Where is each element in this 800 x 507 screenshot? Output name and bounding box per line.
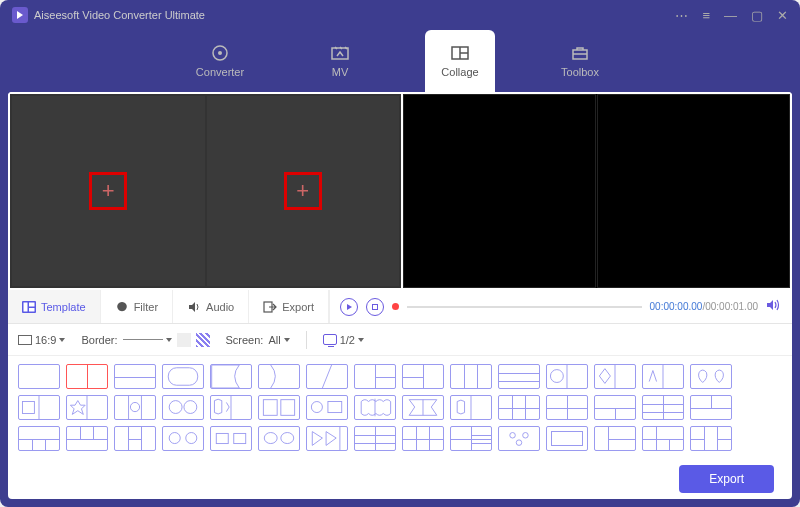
template-item[interactable] bbox=[498, 426, 540, 451]
svg-rect-38 bbox=[216, 434, 228, 444]
template-item[interactable] bbox=[210, 364, 252, 389]
svg-point-36 bbox=[169, 433, 180, 444]
template-item[interactable] bbox=[402, 426, 444, 451]
template-item[interactable] bbox=[306, 364, 348, 389]
template-item[interactable] bbox=[114, 426, 156, 451]
template-item[interactable] bbox=[450, 426, 492, 451]
current-time: 00:00:00.00 bbox=[650, 301, 703, 312]
stop-button[interactable] bbox=[366, 298, 384, 316]
template-item[interactable] bbox=[594, 426, 636, 451]
template-item[interactable] bbox=[402, 395, 444, 420]
svg-rect-29 bbox=[263, 400, 277, 416]
template-item[interactable] bbox=[66, 426, 108, 451]
border-style-select[interactable] bbox=[123, 338, 172, 342]
template-item[interactable] bbox=[114, 395, 156, 420]
tab-template[interactable]: Template bbox=[8, 290, 101, 323]
template-item[interactable] bbox=[18, 426, 60, 451]
template-item[interactable] bbox=[258, 395, 300, 420]
template-item[interactable] bbox=[210, 395, 252, 420]
svg-rect-10 bbox=[29, 302, 35, 306]
template-item[interactable] bbox=[18, 395, 60, 420]
player-preview-panel bbox=[403, 94, 790, 288]
template-item[interactable] bbox=[642, 395, 684, 420]
template-item[interactable] bbox=[594, 364, 636, 389]
template-item[interactable] bbox=[66, 395, 108, 420]
nav-collage[interactable]: Collage bbox=[425, 30, 495, 92]
options-bar: 16:9 Border: Screen: All 1/2 bbox=[8, 324, 792, 356]
template-item[interactable] bbox=[162, 395, 204, 420]
stop-icon bbox=[372, 304, 378, 310]
svg-line-15 bbox=[322, 365, 331, 388]
template-item[interactable] bbox=[354, 395, 396, 420]
template-item[interactable] bbox=[354, 426, 396, 451]
template-item[interactable] bbox=[66, 364, 108, 389]
template-item[interactable] bbox=[258, 426, 300, 451]
border-pattern-picker[interactable] bbox=[196, 333, 210, 347]
border-label: Border: bbox=[81, 334, 117, 346]
timeline-slider[interactable] bbox=[407, 306, 642, 308]
tab-audio[interactable]: Audio bbox=[173, 290, 249, 323]
template-item[interactable] bbox=[690, 364, 732, 389]
page-select[interactable]: 1/2 bbox=[323, 334, 364, 346]
svg-point-1 bbox=[218, 51, 222, 55]
template-item[interactable] bbox=[690, 426, 732, 451]
nav-converter[interactable]: Converter bbox=[185, 30, 255, 92]
tab-export-label: Export bbox=[282, 301, 314, 313]
nav-toolbox[interactable]: Toolbox bbox=[545, 30, 615, 92]
template-item[interactable] bbox=[546, 426, 588, 451]
template-item[interactable] bbox=[546, 364, 588, 389]
total-time: 00:00:01.00 bbox=[705, 301, 758, 312]
chevron-down-icon bbox=[358, 338, 364, 342]
template-item[interactable] bbox=[162, 426, 204, 451]
play-button[interactable] bbox=[340, 298, 358, 316]
template-item[interactable] bbox=[498, 364, 540, 389]
app-title: Aiseesoft Video Converter Ultimate bbox=[34, 9, 205, 21]
tab-export[interactable]: Export bbox=[249, 290, 329, 323]
template-item[interactable] bbox=[402, 364, 444, 389]
tab-filter-label: Filter bbox=[134, 301, 158, 313]
aspect-ratio-select[interactable]: 16:9 bbox=[18, 334, 65, 346]
add-media-icon[interactable]: + bbox=[89, 172, 127, 210]
tab-audio-label: Audio bbox=[206, 301, 234, 313]
template-item[interactable] bbox=[354, 364, 396, 389]
template-item[interactable] bbox=[306, 426, 348, 451]
template-item[interactable] bbox=[546, 395, 588, 420]
export-button[interactable]: Export bbox=[679, 465, 774, 493]
template-item[interactable] bbox=[642, 426, 684, 451]
screen-group: Screen: All bbox=[226, 334, 290, 346]
template-item[interactable] bbox=[594, 395, 636, 420]
feedback-icon[interactable]: ⋯ bbox=[675, 8, 688, 23]
drop-slot-2[interactable]: + bbox=[207, 96, 400, 286]
nav-toolbox-label: Toolbox bbox=[561, 66, 599, 78]
screen-select[interactable]: All bbox=[268, 334, 289, 346]
playhead-marker-icon[interactable] bbox=[392, 303, 399, 310]
drop-slot-1[interactable]: + bbox=[12, 96, 205, 286]
toolbox-icon bbox=[570, 44, 590, 62]
minimize-icon[interactable]: — bbox=[724, 8, 737, 23]
template-item[interactable] bbox=[690, 395, 732, 420]
template-item[interactable] bbox=[114, 364, 156, 389]
template-item[interactable] bbox=[306, 395, 348, 420]
maximize-icon[interactable]: ▢ bbox=[751, 8, 763, 23]
border-color-picker[interactable] bbox=[177, 333, 191, 347]
close-icon[interactable]: ✕ bbox=[777, 8, 788, 23]
template-item[interactable] bbox=[642, 364, 684, 389]
template-item[interactable] bbox=[18, 364, 60, 389]
template-item[interactable] bbox=[210, 426, 252, 451]
template-item[interactable] bbox=[258, 364, 300, 389]
add-media-icon[interactable]: + bbox=[284, 172, 322, 210]
template-item[interactable] bbox=[498, 395, 540, 420]
svg-rect-21 bbox=[22, 402, 34, 414]
tab-filter[interactable]: Filter bbox=[101, 290, 173, 323]
nav-converter-label: Converter bbox=[196, 66, 244, 78]
svg-point-43 bbox=[510, 433, 516, 439]
template-item[interactable] bbox=[450, 364, 492, 389]
nav-mv[interactable]: MV bbox=[305, 30, 375, 92]
chevron-down-icon bbox=[59, 338, 65, 342]
template-item[interactable] bbox=[162, 364, 204, 389]
volume-icon[interactable] bbox=[766, 298, 782, 315]
player-controls: 00:00:00.00/00:00:01.00 bbox=[329, 290, 792, 323]
template-item[interactable] bbox=[450, 395, 492, 420]
svg-rect-2 bbox=[332, 48, 348, 59]
menu-icon[interactable]: ≡ bbox=[702, 8, 710, 23]
